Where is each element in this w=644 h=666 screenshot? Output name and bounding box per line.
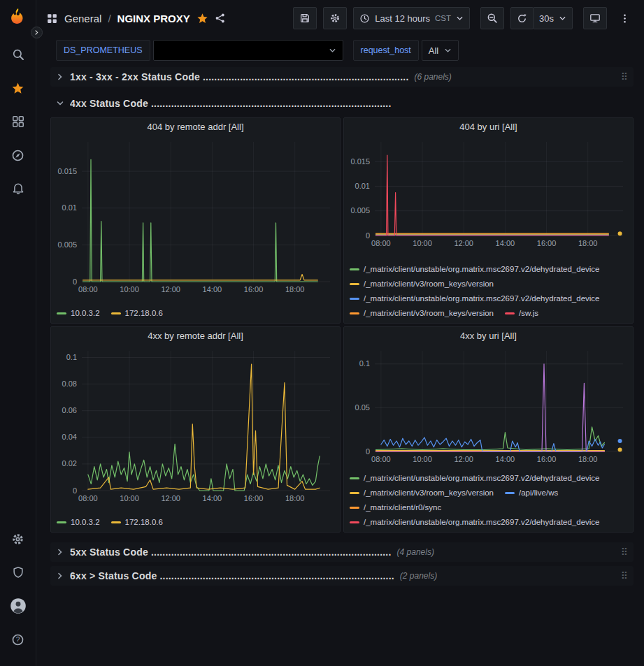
- timeseries-chart[interactable]: 08:0010:0012:0014:0016:0018:0000.050.1: [347, 345, 630, 465]
- variable-datasource-label[interactable]: DS_PROMETHEUS: [56, 40, 150, 61]
- panel-title[interactable]: 404 by remote addr [All]: [51, 118, 340, 136]
- legend-item[interactable]: /_matrix/client/unstable/org.matrix.msc2…: [350, 263, 600, 275]
- sidebar-item-search[interactable]: [4, 41, 32, 68]
- refresh-interval-label: 30s: [539, 13, 554, 24]
- panel-title[interactable]: 4xx by remote addr [All]: [51, 327, 340, 345]
- row-title: 5xx Status Code ........................…: [70, 546, 392, 558]
- chevron-right-icon: [56, 572, 64, 580]
- legend-item[interactable]: /_matrix/client/unstable/org.matrix.msc2…: [350, 292, 600, 305]
- panel-title[interactable]: 4xx by uri [All]: [344, 327, 633, 345]
- time-range-picker[interactable]: Last 12 hours CST: [353, 7, 470, 29]
- variable-request-host-value-dropdown[interactable]: All: [422, 40, 459, 61]
- row-drag-handle[interactable]: ⠿: [621, 546, 628, 558]
- sidebar-item-explore[interactable]: [4, 141, 32, 169]
- legend-item[interactable]: /_matrix/client/r0/sync: [350, 501, 441, 514]
- panel-4xx-by-uri: 4xx by uri [All] 08:0010:0012:0014:0016:…: [343, 326, 634, 533]
- sidebar-item-help[interactable]: ?: [4, 625, 32, 653]
- dashboard-settings-button[interactable]: [323, 7, 347, 29]
- svg-text:0.05: 0.05: [355, 403, 370, 412]
- legend-label: /_matrix/client/v3/room_keys/version: [364, 307, 494, 319]
- sidebar-item-dashboards[interactable]: [4, 108, 32, 136]
- legend-marker: [350, 298, 359, 300]
- row-header-4xx[interactable]: 4xx Status Code ........................…: [50, 94, 634, 113]
- save-dashboard-button[interactable]: [293, 7, 317, 29]
- breadcrumb-folder[interactable]: General: [64, 13, 101, 24]
- legend-marker: [57, 312, 66, 314]
- svg-text:18:00: 18:00: [285, 285, 305, 294]
- svg-text:08:00: 08:00: [78, 494, 98, 502]
- legend-item[interactable]: /api/live/ws: [505, 486, 558, 499]
- grafana-logo[interactable]: [8, 7, 29, 31]
- row-drag-handle[interactable]: ⠿: [621, 71, 628, 82]
- legend-item[interactable]: 10.0.3.2: [57, 307, 100, 319]
- row-header-6xx[interactable]: 6xx > Status Code ......................…: [50, 566, 634, 586]
- row-header-1xx-3xx-2xx[interactable]: 1xx - 3xx - 2xx Status Code ............…: [50, 67, 634, 87]
- chevron-down-icon: [559, 15, 566, 22]
- svg-text:0.02: 0.02: [62, 459, 77, 468]
- legend-item[interactable]: /_matrix/client/unstable/org.matrix.msc2…: [350, 516, 600, 528]
- sidebar: ?: [0, 0, 36, 666]
- refresh-group: 30s: [510, 7, 573, 29]
- legend-marker: [111, 521, 121, 523]
- row-title: 4xx Status Code ........................…: [70, 98, 392, 109]
- chevron-down-icon: [444, 47, 452, 55]
- sidebar-item-profile[interactable]: [4, 592, 32, 620]
- legend-label: 172.18.0.6: [125, 307, 163, 319]
- legend-item[interactable]: /_matrix/client/unstable/org.matrix.msc2…: [350, 472, 600, 484]
- share-icon[interactable]: [215, 13, 226, 24]
- legend-item[interactable]: 172.18.0.6: [111, 516, 163, 528]
- sidebar-item-server-admin[interactable]: [4, 558, 32, 586]
- svg-text:08:00: 08:00: [371, 455, 391, 463]
- bell-icon: [12, 182, 24, 195]
- row-drag-handle[interactable]: ⠿: [621, 570, 628, 581]
- refresh-button[interactable]: [510, 7, 534, 29]
- legend-label: /_matrix/client/unstable/org.matrix.msc2…: [364, 263, 600, 275]
- svg-text:0.08: 0.08: [62, 379, 77, 388]
- chevron-down-icon: [56, 99, 64, 108]
- timeseries-chart[interactable]: 08:0010:0012:0014:0016:0018:0000.0050.01…: [347, 136, 630, 249]
- legend-marker: [57, 521, 66, 523]
- legend-item[interactable]: /_matrix/client/v3/room_keys/version: [350, 486, 494, 499]
- legend-item[interactable]: 10.0.3.2: [57, 516, 100, 528]
- svg-text:12:00: 12:00: [454, 455, 473, 463]
- variable-request-host-label[interactable]: request_host: [353, 40, 419, 61]
- search-icon: [12, 48, 24, 61]
- chevron-right-icon: [34, 29, 40, 36]
- variables-toolbar: DS_PROMETHEUS request_host All: [36, 36, 644, 64]
- legend-label: /api/live/ws: [519, 486, 558, 499]
- svg-text:0.015: 0.015: [350, 157, 370, 166]
- variable-request-host-value: All: [429, 45, 438, 56]
- legend-marker: [350, 492, 359, 494]
- sidebar-item-starred[interactable]: [4, 74, 32, 102]
- panel-title[interactable]: 404 by uri [All]: [344, 118, 633, 136]
- svg-text:12:00: 12:00: [454, 239, 473, 247]
- tv-mode-button[interactable]: [583, 7, 607, 29]
- variable-datasource: DS_PROMETHEUS: [56, 40, 343, 61]
- favorite-star-icon[interactable]: [196, 13, 208, 24]
- variable-datasource-value-dropdown[interactable]: [153, 40, 343, 61]
- timeseries-chart[interactable]: 08:0010:0012:0014:0016:0018:0000.0050.01…: [54, 136, 337, 296]
- panel-legend: 10.0.3.2172.18.0.6: [51, 514, 340, 532]
- legend-item[interactable]: /sw.js: [505, 307, 538, 319]
- zoom-out-time-button[interactable]: [480, 7, 504, 29]
- legend-item[interactable]: /_matrix/client/v3/room_keys/version: [350, 307, 494, 319]
- legend-item[interactable]: /_matrix/client/v3/room_keys/version: [350, 277, 494, 290]
- row-header-5xx[interactable]: 5xx Status Code ........................…: [50, 542, 634, 562]
- navbar-actions: Last 12 hours CST: [293, 7, 636, 29]
- sidebar-item-configuration[interactable]: [4, 525, 32, 553]
- legend-marker: [350, 268, 359, 270]
- legend-item[interactable]: 172.18.0.6: [111, 307, 163, 319]
- panel-legend: 10.0.3.2172.18.0.6: [51, 305, 340, 323]
- svg-text:0.005: 0.005: [57, 240, 77, 249]
- avatar: [10, 598, 27, 614]
- svg-text:10:00: 10:00: [120, 494, 139, 502]
- sidebar-expand-button[interactable]: [31, 27, 43, 38]
- svg-text:0.01: 0.01: [62, 203, 77, 212]
- legend-label: 10.0.3.2: [71, 516, 100, 528]
- help-icon: ?: [11, 633, 24, 646]
- sidebar-item-alerting[interactable]: [4, 175, 32, 203]
- breadcrumb-dashboard-title: NGINX PROXY: [117, 13, 190, 24]
- refresh-interval-dropdown[interactable]: 30s: [533, 7, 573, 29]
- timeseries-chart[interactable]: 08:0010:0012:0014:0016:0018:0000.020.040…: [54, 345, 337, 505]
- more-options-button[interactable]: [613, 7, 636, 29]
